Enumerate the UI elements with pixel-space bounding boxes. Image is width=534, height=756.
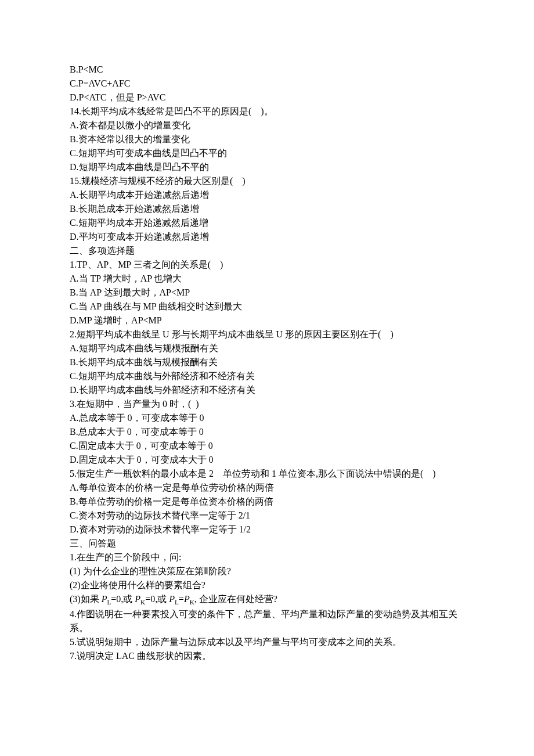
text-line: 7.说明决定 LAC 曲线形状的因素。 [70, 649, 464, 663]
text-line: A.当 TP 增大时，AP 也增大 [70, 272, 464, 286]
text-line: D.固定成本大于 0，可变成本大于 0 [70, 453, 464, 467]
text-line: D.P<ATC，但是 P>AVC [70, 91, 464, 105]
text-line: C.短期平均成本开始递减然后递增 [70, 216, 464, 230]
text-line: D.资本对劳动的边际技术替代率一定等于 1/2 [70, 523, 464, 537]
text-line: A.长期平均成本开始递减然后递增 [70, 188, 464, 202]
text-line: C.当 AP 曲线在与 MP 曲线相交时达到最大 [70, 300, 464, 314]
text-line: B.当 AP 达到最大时，AP<MP [70, 286, 464, 300]
text-line: 15.规模经济与规模不经济的最大区别是( ) [70, 174, 464, 188]
text-line: 2.短期平均成本曲线呈 U 形与长期平均成本曲线呈 U 形的原因主要区别在于( … [70, 327, 464, 341]
text-line: A.每单位资本的价格一定是每单位劳动价格的两倍 [70, 481, 464, 495]
text-line: 二、多项选择题 [70, 244, 464, 258]
text-line: B.长期平均成本曲线与规模报酬有关 [70, 355, 464, 369]
text-line: C.P=AVC+AFC [70, 77, 464, 91]
text-line: A.短期平均成本曲线与规模报酬有关 [70, 341, 464, 355]
text-line: B.每单位劳动的价格一定是每单位资本价格的两倍 [70, 495, 464, 509]
document-body: B.P<MCC.P=AVC+AFCD.P<ATC，但是 P>AVC14.长期平均… [70, 63, 464, 663]
text-line: C.短期平均成本曲线与外部经济和不经济有关 [70, 369, 464, 383]
text-line: C.短期平均可变成本曲线是凹凸不平的 [70, 146, 464, 160]
text-line: D.短期平均成本曲线是凹凸不平的 [70, 160, 464, 174]
text-line: 三、问答题 [70, 537, 464, 550]
text-line: 1.在生产的三个阶段中，问: [70, 550, 464, 564]
text-line: 14.长期平均成本线经常是凹凸不平的原因是( )。 [70, 105, 464, 118]
text-line: 4.作图说明在一种要素投入可变的条件下，总产量、平均产量和边际产量的变动趋势及其… [70, 607, 464, 635]
text-line: B.总成本大于 0，可变成本等于 0 [70, 425, 464, 439]
text-line: D.MP 递增时，AP<MP [70, 314, 464, 327]
text-line: 3.在短期中，当产量为 0 时，( ) [70, 397, 464, 411]
text-line: C.资本对劳动的边际技术替代率一定等于 2/1 [70, 509, 464, 523]
text-line: A.资本都是以微小的增量变化 [70, 118, 464, 132]
text-line: 5.假定生产一瓶饮料的最小成本是 2 单位劳动和 1 单位资本,那么下面说法中错… [70, 467, 464, 481]
text-line: D.平均可变成本开始递减然后递增 [70, 230, 464, 244]
text-line: B.P<MC [70, 63, 464, 77]
text-line: C.固定成本大于 0，可变成本等于 0 [70, 439, 464, 453]
text-line: B.长期总成本开始递减然后递增 [70, 202, 464, 216]
text-line: (1) 为什么企业的理性决策应在第Ⅱ阶段? [70, 564, 464, 578]
text-line: A.总成本等于 0，可变成本等于 0 [70, 411, 464, 425]
text-line: (2)企业将使用什么样的要素组合? [70, 578, 464, 592]
text-line: (3)如果 PL=0,或 PK=0,或 PL=PK, 企业应在何处经营? [70, 592, 464, 607]
text-line: 5.试说明短期中，边际产量与边际成本以及平均产量与平均可变成本之间的关系。 [70, 635, 464, 649]
text-line: D.长期平均成本曲线与外部经济和不经济有关 [70, 383, 464, 397]
text-line: B.资本经常以很大的增量变化 [70, 132, 464, 146]
text-line: 1.TP、AP、MP 三者之间的关系是( ) [70, 258, 464, 272]
